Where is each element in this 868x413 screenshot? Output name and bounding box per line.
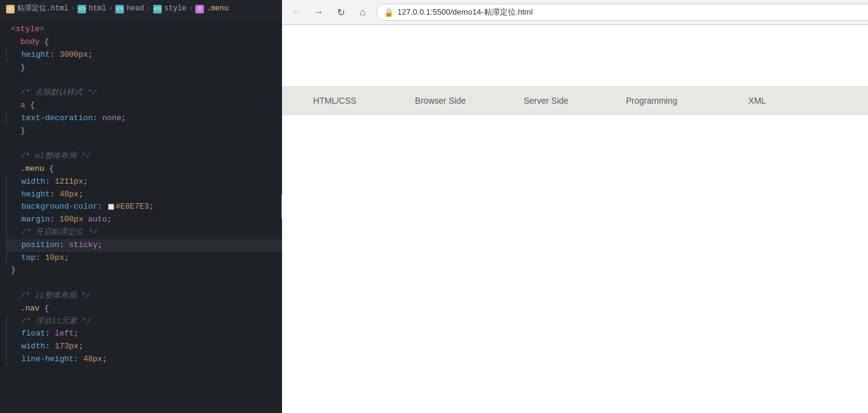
forward-icon: →	[314, 7, 324, 18]
code-line: }	[6, 125, 282, 138]
code-line: background-color: #E8E7E3;	[6, 201, 282, 214]
breadcrumb-html: <> html	[78, 3, 106, 15]
class-icon: #	[195, 5, 204, 13]
code-content: <style> body { height: 3000px; } /* 去除默认…	[0, 18, 282, 371]
code-line: height: 48px;	[6, 189, 282, 201]
nav-item-browserside[interactable]: Browser Side	[388, 86, 493, 115]
sticky-nav-menu: HTML/CSS Browser Side Server Side Progra…	[282, 86, 868, 115]
browser-toolbar: ← → ↻ ⌂ 🔒 127.0.0.1:5500/demo14-粘滞定位.htm…	[282, 0, 868, 24]
color-swatch	[108, 204, 114, 210]
code-line: /* li整体布局 */	[6, 290, 282, 303]
file-icon: H	[6, 5, 15, 13]
url-text: 127.0.0.1:5500/demo14-粘滞定位.html	[397, 7, 868, 18]
breadcrumb-file: H 粘滞定位.html	[6, 3, 68, 15]
lock-icon: 🔒	[384, 8, 394, 17]
home-button[interactable]: ⌂	[354, 4, 371, 21]
browser-chrome: ← → ↻ ⌂ 🔒 127.0.0.1:5500/demo14-粘滞定位.htm…	[282, 0, 868, 25]
html-icon: <>	[78, 5, 86, 13]
code-line: text-decoration: none;	[6, 112, 282, 125]
style-icon: <>	[153, 5, 162, 13]
code-line: }	[6, 62, 282, 74]
back-button[interactable]: ←	[288, 4, 305, 21]
browser-panel: ← → ↻ ⌂ 🔒 127.0.0.1:5500/demo14-粘滞定位.htm…	[282, 0, 868, 413]
reload-icon: ↻	[337, 7, 345, 18]
nav-item-htmlcss[interactable]: HTML/CSS	[282, 86, 388, 115]
code-line: width: 173px;	[6, 340, 282, 353]
breadcrumb-head: <> head	[115, 3, 144, 15]
code-line	[6, 74, 282, 87]
code-line: width: 1211px;	[6, 176, 282, 189]
address-bar[interactable]: 🔒 127.0.0.1:5500/demo14-粘滞定位.html ⊕	[376, 4, 868, 21]
code-line: /* 去除默认样式 */	[6, 87, 282, 99]
home-icon: ⌂	[360, 7, 366, 18]
head-icon: <>	[115, 5, 124, 13]
code-line: line-height: 48px;	[6, 353, 282, 366]
code-line: .nav {	[6, 303, 282, 315]
nav-item-programming[interactable]: Programming	[599, 86, 704, 115]
code-line: body {	[6, 36, 282, 49]
reload-button[interactable]: ↻	[332, 4, 349, 21]
browser-content-wrapper: HTML/CSS Browser Side Server Side Progra…	[282, 25, 868, 413]
code-line: margin: 100px auto;	[6, 214, 282, 226]
code-line: /* ul整体布局 */	[6, 150, 282, 163]
code-line: a {	[6, 99, 282, 112]
code-line: /* 开启粘滞定位 */	[6, 226, 282, 239]
code-line: .menu {	[6, 163, 282, 176]
code-line: position: sticky;	[6, 239, 282, 252]
breadcrumb-menu: # .menu	[195, 3, 228, 15]
code-line: }	[6, 264, 282, 277]
code-line: float: left;	[6, 328, 282, 340]
nav-item-xml[interactable]: XML	[704, 86, 810, 115]
code-editor: H 粘滞定位.html › <> html › <> head › <> sty…	[0, 0, 282, 413]
nav-item-serverside[interactable]: Server Side	[493, 86, 599, 115]
code-line	[6, 137, 282, 150]
page-body	[282, 115, 868, 413]
back-icon: ←	[292, 7, 302, 18]
code-line: height: 3000px;	[6, 49, 282, 62]
code-line: top: 10px;	[6, 252, 282, 265]
code-line: <style>	[6, 23, 282, 36]
code-line: /* 浮动li元素 */	[6, 315, 282, 328]
breadcrumb: H 粘滞定位.html › <> html › <> head › <> sty…	[0, 0, 282, 18]
code-line	[6, 277, 282, 290]
breadcrumb-style: <> style	[153, 3, 186, 15]
forward-button[interactable]: →	[310, 4, 327, 21]
browser-content: HTML/CSS Browser Side Server Side Progra…	[282, 25, 868, 413]
